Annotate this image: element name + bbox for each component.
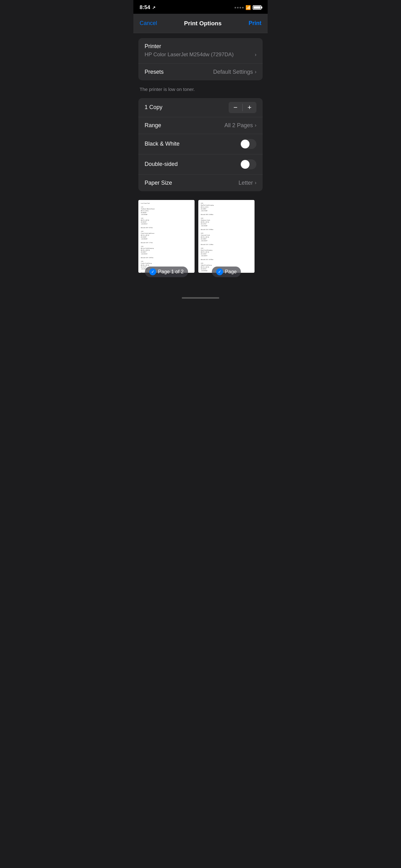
status-bar: 8:54 ↗ 📶 [133, 0, 268, 14]
page-2-thumbnail: 3.01Big Flat CreekCampingAlt 4 m (14 ft)… [198, 200, 255, 273]
print-button[interactable]: Print [248, 19, 261, 28]
copies-row: 1 Copy − + [138, 98, 263, 117]
signal-icon [235, 7, 244, 8]
main-content: Printer HP Color LaserJet M254dw (7297DA… [133, 33, 268, 196]
cancel-button[interactable]: Cancel [140, 19, 157, 28]
printer-section[interactable]: Printer HP Color LaserJet M254dw (7297DA… [138, 38, 263, 64]
paper-size-row[interactable]: Paper Size Letter › [138, 175, 263, 191]
toner-warning: The printer is low on toner. [138, 85, 263, 93]
range-value: All 2 Pages › [225, 122, 257, 129]
increase-copies-button[interactable]: + [243, 102, 257, 113]
page-1-badge-text: Page 1 of 2 [158, 269, 183, 275]
presets-chevron-icon: › [255, 69, 257, 75]
page-2-badge-text: Page [225, 269, 236, 275]
page-title: Print Options [184, 20, 222, 27]
wifi-icon: 📶 [245, 5, 251, 10]
copies-label: 1 Copy [144, 104, 162, 111]
navigation-bar: Cancel Print Options Print [133, 14, 268, 33]
double-sided-label: Double-sided [144, 161, 178, 167]
printer-label: Printer [144, 43, 257, 50]
page-1-preview[interactable]: Lost Coast Trail 1.01Trailhead, Mattole … [138, 200, 195, 273]
range-row[interactable]: Range All 2 Pages › [138, 117, 263, 134]
page-2-content: 3.01Big Flat CreekCampingAlt 4 m (14 ft)… [201, 203, 252, 273]
page-2-badge: ✓ Page [212, 267, 241, 277]
double-sided-row: Double-sided [138, 154, 263, 175]
double-sided-toggle-thumb [241, 160, 249, 169]
double-sided-toggle[interactable] [240, 159, 257, 169]
scroll-indicator [133, 297, 268, 301]
paper-size-chevron-icon: › [255, 180, 257, 186]
scroll-bar [182, 297, 219, 299]
location-arrow-icon: ↗ [152, 5, 156, 10]
presets-value: Default Settings › [213, 69, 257, 75]
toggle-thumb [241, 140, 249, 148]
battery-icon [253, 5, 261, 10]
time-display: 8:54 [140, 4, 150, 11]
page-1-thumbnail: Lost Coast Trail 1.01Trailhead, Mattole … [138, 200, 195, 273]
decrease-copies-button[interactable]: − [229, 102, 242, 113]
printer-name: HP Color LaserJet M254dw (7297DA) [144, 51, 255, 58]
paper-size-label: Paper Size [144, 180, 172, 186]
copies-stepper[interactable]: − + [229, 102, 257, 113]
page-1-badge: ✓ Page 1 of 2 [145, 267, 188, 277]
page-1-content: Lost Coast Trail 1.01Trailhead, Mattole … [141, 203, 192, 273]
presets-label: Presets [144, 69, 164, 75]
page-preview-section: Lost Coast Trail 1.01Trailhead, Mattole … [133, 196, 268, 288]
presets-row[interactable]: Presets Default Settings › [138, 64, 263, 80]
paper-size-value: Letter › [239, 180, 257, 186]
status-icons: 📶 [235, 5, 261, 10]
range-chevron-icon: › [255, 122, 257, 128]
range-label: Range [144, 122, 161, 129]
black-white-row: Black & White [138, 134, 263, 154]
page-2-preview[interactable]: 3.01Big Flat CreekCampingAlt 4 m (14 ft)… [198, 200, 255, 273]
black-white-toggle[interactable] [240, 139, 257, 149]
status-time: 8:54 ↗ [140, 4, 156, 11]
printer-chevron-icon: › [255, 52, 257, 58]
options-card: 1 Copy − + Range All 2 Pages › Black & W… [138, 98, 263, 191]
page-2-check-icon: ✓ [216, 269, 223, 275]
printer-card: Printer HP Color LaserJet M254dw (7297DA… [138, 38, 263, 80]
page-1-check-icon: ✓ [149, 269, 156, 275]
black-white-label: Black & White [144, 141, 179, 147]
